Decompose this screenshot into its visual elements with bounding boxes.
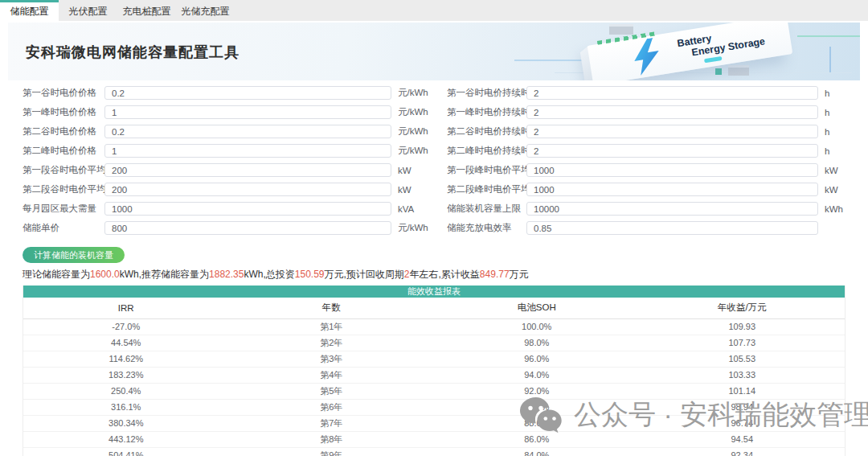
cell-year: 第2年 <box>229 335 435 351</box>
field-unit: h <box>825 127 829 137</box>
result-segment: kWh,推荐储能容量为 <box>120 269 209 280</box>
report-row: -27.0%第1年100.0%109.93 <box>23 318 845 335</box>
cell-income: 92.34 <box>640 447 845 456</box>
field-input[interactable] <box>104 144 391 158</box>
field-input[interactable] <box>526 163 818 177</box>
cell-soh: 98.0% <box>434 335 640 351</box>
cell-income: 109.93 <box>640 318 845 335</box>
calculation-result: 理论储能容量为1600.0kWh,推荐储能容量为1882.35kWh,总投资15… <box>23 269 868 280</box>
field-input[interactable] <box>526 221 818 235</box>
form-row: 第二段谷时电价平均功率kW <box>23 183 438 196</box>
field-input[interactable] <box>104 105 391 119</box>
tab-item[interactable]: 光储充配置 <box>176 0 235 21</box>
field-label: 第二谷时电价持续时间 <box>447 125 526 138</box>
form-row: 第一峰时电价持续时间h <box>447 105 843 119</box>
tab-label: 光伏配置 <box>69 5 108 18</box>
field-unit: h <box>825 108 829 117</box>
field-input[interactable] <box>104 202 391 216</box>
field-input[interactable] <box>104 221 391 235</box>
field-label: 第一峰时电价持续时间 <box>447 106 526 118</box>
cell-year: 第7年 <box>229 415 435 431</box>
report-row: 504.41%第9年84.0%92.34 <box>23 447 845 456</box>
cell-year: 第9年 <box>229 447 435 456</box>
report-column-header: IRR <box>23 298 229 318</box>
field-input[interactable] <box>104 125 391 138</box>
result-segment: 1600.0 <box>90 269 120 280</box>
report-column-header: 电池SOH <box>434 298 640 318</box>
calculate-capacity-button[interactable]: 计算储能的装机容量 <box>23 247 125 263</box>
field-unit: kW <box>398 166 411 175</box>
report-body: -27.0%第1年100.0%109.9344.54%第2年98.0%107.7… <box>23 318 845 456</box>
field-label: 第一段谷时电价平均功率 <box>23 164 104 176</box>
field-label: 第一谷时电价价格 <box>23 87 104 99</box>
field-input[interactable] <box>526 144 818 158</box>
field-input[interactable] <box>526 183 818 196</box>
result-segment: 万元,预计回收周期 <box>324 269 403 280</box>
report-row: 114.62%第3年96.0%105.53 <box>23 351 845 367</box>
form-row: 第一谷时电价价格元/kWh <box>23 86 438 100</box>
field-unit: 元/kWh <box>398 222 428 234</box>
form-row: 第二段峰时电价平均功率kW <box>447 183 843 196</box>
cell-soh: 84.0% <box>434 447 640 456</box>
decor-box <box>728 65 749 76</box>
cell-year: 第5年 <box>229 383 435 399</box>
cell-soh: 86.0% <box>434 431 640 447</box>
form-row: 第一段谷时电价平均功率kW <box>23 163 438 177</box>
form-row: 第二谷时电价持续时间h <box>447 125 843 138</box>
cell-irr: 183.23% <box>23 367 229 383</box>
field-input[interactable] <box>104 183 391 196</box>
cell-year: 第4年 <box>229 367 435 383</box>
field-label: 储能充放电效率 <box>447 222 526 234</box>
form-row: 第二谷时电价价格元/kWh <box>23 125 438 138</box>
form-row: 第一段峰时电价平均功率kW <box>447 163 843 177</box>
result-segment: 2 <box>404 269 410 280</box>
cell-irr: -27.0% <box>23 318 229 335</box>
cell-income: 107.73 <box>640 335 845 351</box>
decor-line <box>797 35 860 37</box>
report-column-header: 年数 <box>229 298 435 318</box>
tab-item[interactable]: 光伏配置 <box>59 0 117 21</box>
cell-income: 96.74 <box>640 415 845 431</box>
field-unit: kW <box>825 185 838 195</box>
field-input[interactable] <box>526 86 818 100</box>
field-input[interactable] <box>104 163 391 177</box>
field-input[interactable] <box>526 125 818 138</box>
field-input[interactable] <box>104 86 391 100</box>
decor-box <box>715 68 722 75</box>
result-segment: 年左右,累计收益 <box>410 269 480 280</box>
tab-item[interactable]: 储能配置 <box>0 0 59 21</box>
report-row: 44.54%第2年98.0%107.73 <box>23 335 845 351</box>
report-column-header: 年收益/万元 <box>640 298 845 318</box>
field-unit: 元/kWh <box>398 87 428 99</box>
form-row: 储能装机容量上限kWh <box>447 202 843 216</box>
decor-bar <box>704 56 723 63</box>
field-unit: kW <box>398 185 411 195</box>
field-input[interactable] <box>526 202 818 216</box>
cell-income: 94.54 <box>640 431 845 447</box>
field-unit: kW <box>825 166 838 175</box>
report-row: 250.4%第5年92.0%101.14 <box>23 383 845 399</box>
cell-soh: 90.0% <box>434 399 640 415</box>
field-unit: 元/kWh <box>398 125 428 138</box>
tab-item[interactable]: 充电桩配置 <box>117 0 176 21</box>
field-label: 第一谷时电价持续时间 <box>447 87 526 99</box>
field-input[interactable] <box>526 105 818 119</box>
battery-label: Battery Energy Storage <box>677 24 768 67</box>
field-unit: kVA <box>398 204 414 214</box>
tab-label: 光储充配置 <box>182 5 230 18</box>
cell-soh: 94.0% <box>434 367 640 383</box>
cell-income: 98.94 <box>640 399 845 415</box>
form-row: 储能单价元/kWh <box>23 221 438 235</box>
cell-irr: 250.4% <box>23 383 229 399</box>
report-table: IRR年数电池SOH年收益/万元 -27.0%第1年100.0%109.9344… <box>23 298 845 456</box>
field-label: 储能装机容量上限 <box>447 203 526 215</box>
parameter-form: 第一谷时电价价格元/kWh第一峰时电价价格元/kWh第二谷时电价价格元/kWh第… <box>0 80 868 240</box>
tab-label: 充电桩配置 <box>123 5 171 18</box>
field-unit: 元/kWh <box>398 106 428 118</box>
form-row: 第一峰时电价价格元/kWh <box>23 105 438 119</box>
cell-income: 105.53 <box>640 351 845 367</box>
result-segment: kWh,总投资 <box>244 269 294 280</box>
lightning-icon <box>628 36 666 76</box>
tab-label: 储能配置 <box>10 5 49 18</box>
result-segment: 1882.35 <box>209 269 244 280</box>
